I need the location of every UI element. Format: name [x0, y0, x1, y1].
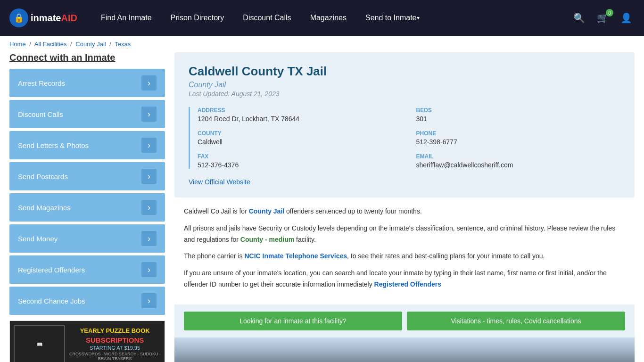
facility-detail: Caldwell County TX Jail County Jail Last… — [174, 52, 635, 362]
arrow-icon-0: › — [141, 75, 157, 90]
sidebar-item-send-money[interactable]: Send Money › — [9, 224, 165, 253]
phone-value: 512-398-6777 — [416, 138, 621, 146]
cart-icon[interactable]: 🛒 0 — [594, 10, 611, 26]
facility-description: Caldwell Co Jail is for County Jail offe… — [174, 197, 635, 304]
sidebar-label-send-letters: Send Letters & Photos — [18, 141, 89, 149]
breadcrumb-home[interactable]: Home — [9, 41, 26, 48]
arrow-icon-7: › — [141, 293, 157, 308]
sidebar-label-discount-calls: Discount Calls — [18, 110, 63, 118]
desc-para-3: The phone carrier is NCIC Inmate Telepho… — [184, 251, 625, 262]
sidebar-item-send-magazines[interactable]: Send Magazines › — [9, 193, 165, 222]
sidebar-item-arrest-records[interactable]: Arrest Records › — [9, 69, 165, 97]
desc3-text: The phone carrier is — [184, 252, 244, 260]
ad-content: 📖 YEARLY PUZZLE BOOK SUBSCRIPTIONS START… — [10, 321, 165, 362]
cart-badge: 0 — [606, 9, 613, 16]
facility-card: Caldwell County TX Jail County Jail Last… — [174, 52, 635, 197]
arrow-icon-1: › — [141, 107, 157, 122]
address-label: ADDRESS — [198, 107, 402, 114]
beds-label: BEDS — [416, 107, 621, 114]
county-label: COUNTY — [198, 130, 402, 137]
ad-types: CROSSWORDS · WORD SEARCH · SUDOKU · BRAI… — [69, 352, 161, 361]
sidebar-label-send-postcards: Send Postcards — [18, 173, 68, 181]
arrow-icon-5: › — [141, 231, 157, 246]
registered-offenders-link[interactable]: Registered Offenders — [374, 280, 441, 288]
logo-text: inmateAID — [31, 13, 77, 24]
sidebar-item-second-chance-jobs[interactable]: Second Chance Jobs › — [9, 287, 165, 315]
find-inmate-button[interactable]: Looking for an inmate at this facility? — [184, 312, 402, 330]
sidebar-label-send-magazines: Send Magazines — [18, 204, 71, 212]
facility-type: County Jail — [189, 81, 620, 89]
desc2-rest: facility. — [294, 236, 316, 243]
sidebar-title: Connect with an Inmate — [9, 52, 165, 63]
nav-send-to-inmate[interactable]: Send to Inmate — [356, 0, 429, 36]
sidebar-label-send-money: Send Money — [18, 235, 58, 243]
facility-photo — [174, 337, 635, 362]
breadcrumb-all-facilities[interactable]: All Facilities — [34, 41, 67, 48]
search-icon[interactable]: 🔍 — [571, 10, 587, 26]
breadcrumb-county-jail[interactable]: County Jail — [75, 41, 106, 48]
advertisement[interactable]: 📖 YEARLY PUZZLE BOOK SUBSCRIPTIONS START… — [9, 321, 165, 362]
fax-label: FAX — [198, 153, 402, 160]
user-icon[interactable]: 👤 — [618, 10, 635, 26]
county-value: Caldwell — [198, 138, 402, 146]
fax-block: FAX 512-376-4376 — [198, 153, 402, 169]
email-value: sherifflaw@caldwellcosheriff.com — [416, 161, 621, 169]
email-block: EMAIL sherifflaw@caldwellcosheriff.com — [416, 153, 621, 169]
sidebar-item-send-letters[interactable]: Send Letters & Photos › — [9, 131, 165, 159]
main-content: Connect with an Inmate Arrest Records › … — [0, 52, 644, 362]
visitations-button[interactable]: Visitations - times, rules, Covid cancel… — [407, 312, 625, 330]
email-label: EMAIL — [416, 153, 621, 160]
phone-label: PHONE — [416, 130, 621, 137]
facility-info-grid: ADDRESS 1204 Reed Dr, Lockhart, TX 78644… — [189, 107, 620, 169]
desc-para-1: Caldwell Co Jail is for County Jail offe… — [184, 206, 625, 217]
nav-magazines[interactable]: Magazines — [301, 0, 356, 36]
main-nav: Find An Inmate Prison Directory Discount… — [91, 0, 571, 36]
logo-icon: 🔒 — [9, 8, 28, 27]
county-block: COUNTY Caldwell — [198, 130, 402, 146]
logo[interactable]: 🔒 inmateAID — [9, 8, 77, 27]
sidebar-label-arrest-records: Arrest Records — [18, 79, 65, 87]
county-jail-link-1[interactable]: County Jail — [249, 207, 284, 215]
address-block: ADDRESS 1204 Reed Dr, Lockhart, TX 78644 — [198, 107, 402, 123]
arrow-icon-2: › — [141, 138, 157, 153]
arrow-icon-6: › — [141, 262, 157, 277]
desc1-text: Caldwell Co Jail is for — [184, 207, 249, 215]
beds-block: BEDS 301 — [416, 107, 621, 123]
sidebar: Connect with an Inmate Arrest Records › … — [9, 52, 165, 362]
nav-prison-directory[interactable]: Prison Directory — [161, 0, 234, 36]
header: 🔒 inmateAID Find An Inmate Prison Direct… — [0, 0, 644, 36]
address-value: 1204 Reed Dr, Lockhart, TX 78644 — [198, 115, 402, 123]
desc1-rest: offenders sentenced up to twenty four mo… — [284, 207, 422, 215]
breadcrumb-state[interactable]: Texas — [115, 41, 131, 48]
ad-price: STARTING AT $19.95 — [69, 345, 161, 351]
nav-discount-calls[interactable]: Discount Calls — [233, 0, 300, 36]
desc-para-2: All prisons and jails have Security or C… — [184, 223, 625, 246]
fax-value: 512-376-4376 — [198, 161, 402, 169]
county-medium-link[interactable]: County - medium — [240, 236, 294, 243]
nav-find-inmate[interactable]: Find An Inmate — [91, 0, 161, 36]
photo-strip-inner — [174, 337, 635, 362]
sidebar-label-registered-offenders: Registered Offenders — [18, 266, 85, 274]
ad-title: YEARLY PUZZLE BOOK — [69, 327, 161, 335]
desc3-rest: , to see their rates and best-calling pl… — [347, 252, 545, 260]
sidebar-label-second-chance-jobs: Second Chance Jobs — [18, 297, 85, 305]
sidebar-item-send-postcards[interactable]: Send Postcards › — [9, 162, 165, 190]
phone-block: PHONE 512-398-6777 — [416, 130, 621, 146]
beds-value: 301 — [416, 115, 621, 123]
arrow-icon-3: › — [141, 169, 157, 184]
action-buttons: Looking for an inmate at this facility? … — [174, 304, 635, 337]
facility-updated: Last Updated: August 21, 2023 — [189, 90, 620, 98]
ad-subtitle: SUBSCRIPTIONS — [69, 336, 161, 344]
official-website-link[interactable]: View Official Website — [189, 178, 250, 186]
facility-title: Caldwell County TX Jail — [189, 64, 620, 79]
breadcrumb: Home / All Facilities / County Jail / Te… — [0, 36, 644, 52]
header-actions: 🔍 🛒 0 👤 — [571, 10, 635, 26]
sidebar-item-discount-calls[interactable]: Discount Calls › — [9, 100, 165, 128]
desc-para-4: If you are unsure of your inmate's locat… — [184, 268, 625, 290]
sidebar-item-registered-offenders[interactable]: Registered Offenders › — [9, 255, 165, 284]
ncic-link[interactable]: NCIC Inmate Telephone Services — [244, 252, 347, 260]
arrow-icon-4: › — [141, 200, 157, 215]
